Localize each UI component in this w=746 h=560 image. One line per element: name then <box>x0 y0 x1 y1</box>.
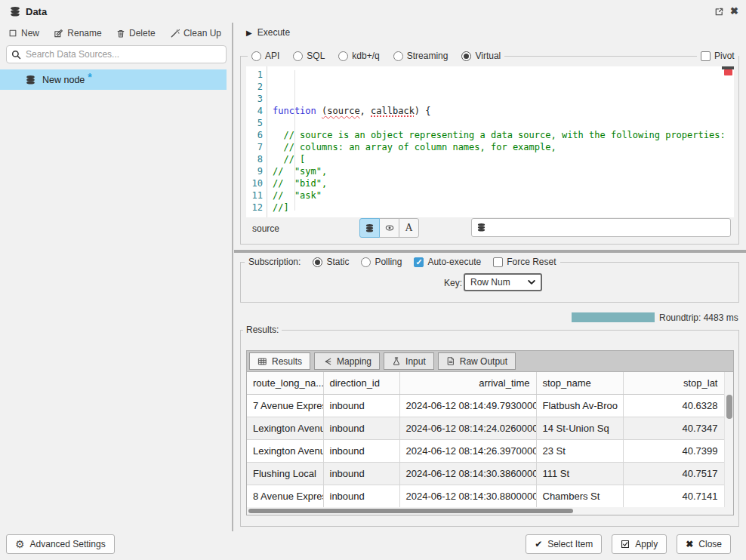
line-number: 4 <box>246 105 263 117</box>
select-item-button[interactable]: ✔ Select Item <box>526 534 602 554</box>
table-row[interactable]: 8 Avenue Expresinbound2024-06-12 08:14:3… <box>247 485 724 507</box>
key-select[interactable]: Row Num <box>464 273 542 291</box>
code-line: // [ <box>273 153 734 165</box>
tree-item-new-node[interactable]: New node* <box>0 69 227 90</box>
tab-raw-output[interactable]: Raw Output <box>438 352 516 370</box>
code-line: // columns: an array of column names, fo… <box>273 141 734 153</box>
table-cell: Flushing Local <box>247 462 323 485</box>
datasource-toggle-button[interactable] <box>359 218 380 238</box>
table-cell: 40.7399 <box>623 439 724 462</box>
force-reset-checkbox[interactable]: Force Reset <box>493 257 556 267</box>
subscription-radio-static[interactable]: Static <box>313 257 349 267</box>
pivot-checkbox[interactable]: Pivot <box>697 50 738 62</box>
table-cell: inbound <box>323 439 399 462</box>
tab-label: Mapping <box>337 356 371 367</box>
checkbox-check-icon <box>621 540 630 549</box>
advanced-settings-button[interactable]: ⚙ Advanced Settings <box>6 534 115 554</box>
results-table-body: 7 Avenue Expresinbound2024-06-12 08:14:4… <box>247 394 724 507</box>
column-header-stop_name[interactable]: stop_name <box>536 372 623 394</box>
code-line: // "sym", <box>273 165 734 177</box>
tab-label: Raw Output <box>460 356 507 367</box>
radio-icon <box>338 51 348 61</box>
database-icon <box>365 223 375 233</box>
mode-radio-kdb-q[interactable]: kdb+/q <box>338 51 379 61</box>
table-row[interactable]: Flushing Localinbound2024-06-12 08:14:30… <box>247 462 724 485</box>
mode-radio-streaming[interactable]: Streaming <box>393 51 449 61</box>
subscription-radio-polling[interactable]: Polling <box>361 257 402 267</box>
key-label: Key: <box>444 278 462 288</box>
check-icon: ✔ <box>535 539 542 549</box>
table-row[interactable]: 7 Avenue Expresinbound2024-06-12 08:14:4… <box>247 394 724 417</box>
code-line <box>273 117 734 129</box>
new-button[interactable]: New <box>6 26 42 40</box>
code-line: // "ask" <box>273 189 734 202</box>
table-cell: inbound <box>323 462 399 485</box>
static-label: Static <box>326 257 349 267</box>
execute-button[interactable]: ▶ Execute <box>246 27 290 38</box>
table-cell: 2024-06-12 08:14:30.880000000 <box>399 485 536 507</box>
table-cell: 40.7517 <box>623 462 724 485</box>
roundtrip-progress-bar <box>572 312 655 322</box>
table-cell: Lexington Avenu <box>247 439 323 462</box>
panel-splitter-vertical[interactable] <box>232 23 233 531</box>
column-header-arrival_time[interactable]: arrival_time <box>399 372 536 394</box>
datasource-toolbar: New Rename Delete Clean Up <box>6 26 223 40</box>
apply-button[interactable]: Apply <box>612 534 667 554</box>
tab-mapping[interactable]: Mapping <box>314 352 380 370</box>
flask-icon <box>392 356 401 366</box>
search-box <box>6 45 227 63</box>
table-cell: 14 St-Union Sq <box>536 417 623 439</box>
clean-up-button[interactable]: Clean Up <box>168 26 223 40</box>
table-cell: 40.7141 <box>623 485 724 507</box>
table-vertical-scrollbar[interactable] <box>724 372 733 508</box>
table-cell: inbound <box>323 394 399 417</box>
tab-input[interactable]: Input <box>384 352 434 370</box>
tab-results[interactable]: Results <box>249 352 310 370</box>
database-icon <box>476 223 486 232</box>
table-cell: 8 Avenue Expres <box>247 485 323 507</box>
mode-radio-api[interactable]: API <box>251 51 279 61</box>
advanced-settings-label: Advanced Settings <box>30 539 106 549</box>
popout-icon[interactable] <box>714 7 724 17</box>
code-line: //] <box>273 202 734 214</box>
column-header-direction_id[interactable]: direction_id <box>323 372 399 394</box>
mode-radio-sql[interactable]: SQL <box>293 51 325 61</box>
auto-execute-checkbox[interactable]: Auto-execute <box>414 257 481 267</box>
table-cell: Lexington Avenu <box>247 417 323 439</box>
column-header-route_long_na[interactable]: route_long_na... <box>247 372 323 394</box>
scrollbar-handle[interactable] <box>248 509 573 513</box>
line-number: 8 <box>246 153 263 165</box>
table-row[interactable]: Lexington Avenuinbound2024-06-12 08:14:2… <box>247 439 724 462</box>
text-icon: A <box>405 222 412 234</box>
search-input[interactable] <box>26 49 221 60</box>
scrollbar-handle[interactable] <box>726 395 732 419</box>
view-toggle-button[interactable] <box>379 218 399 238</box>
mode-radio-virtual[interactable]: Virtual <box>461 51 501 61</box>
key-selected-value: Row Num <box>470 277 510 288</box>
dialog-title: Data <box>26 6 47 17</box>
subscription-legend: Subscription: Static Polling Auto-execut… <box>245 256 560 268</box>
table-cell: 2024-06-12 08:14:49.793000000 <box>399 394 536 417</box>
rename-button[interactable]: Rename <box>51 26 103 40</box>
code-editor[interactable]: 123456789101112 function (source, callba… <box>246 66 734 217</box>
close-icon[interactable]: ✖ <box>730 5 738 17</box>
table-horizontal-scrollbar[interactable] <box>247 507 733 515</box>
rename-label: Rename <box>67 28 101 38</box>
column-header-stop_lat[interactable]: stop_lat <box>623 372 724 394</box>
roundtrip-label: Roundtrip: 4483 ms <box>659 312 738 323</box>
table-icon <box>257 357 267 366</box>
text-toggle-button[interactable]: A <box>399 218 419 238</box>
tree-item-label: New node <box>42 75 85 85</box>
panel-splitter-horizontal[interactable] <box>234 250 746 253</box>
line-number: 3 <box>246 93 263 105</box>
auto-execute-label: Auto-execute <box>427 257 481 267</box>
wand-icon <box>170 29 180 38</box>
line-number: 1 <box>246 69 263 81</box>
table-row[interactable]: Lexington Avenuinbound2024-06-12 08:14:2… <box>247 417 724 439</box>
source-value-input[interactable] <box>491 223 726 233</box>
close-button[interactable]: ✖ Close <box>677 534 731 554</box>
trash-icon <box>116 29 125 38</box>
checkbox-icon <box>701 51 711 61</box>
delete-button[interactable]: Delete <box>114 26 158 40</box>
table-cell: 40.6328 <box>623 394 724 417</box>
